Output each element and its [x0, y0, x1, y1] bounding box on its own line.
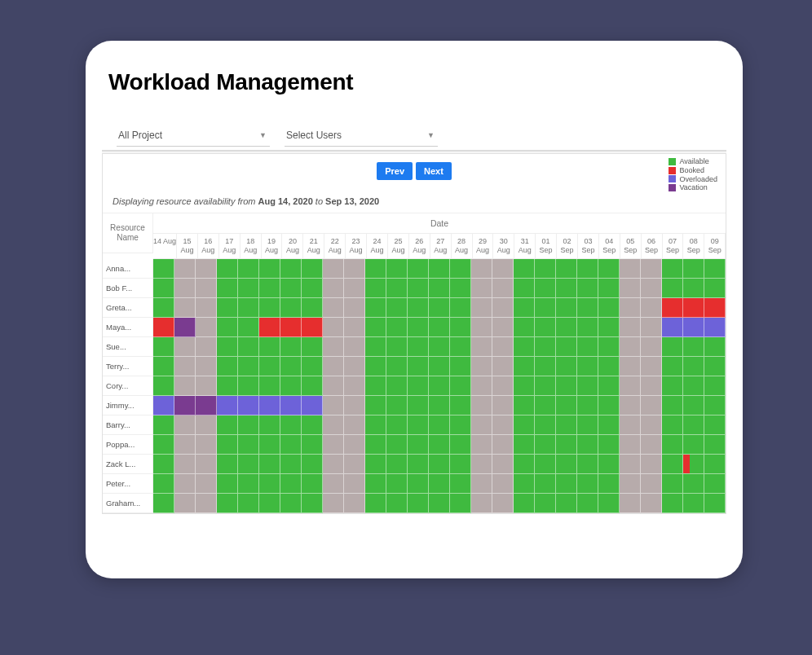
availability-cell[interactable]: [365, 357, 386, 376]
availability-cell[interactable]: [704, 259, 726, 279]
availability-cell[interactable]: [429, 455, 450, 474]
availability-cell[interactable]: [704, 279, 726, 298]
availability-cell[interactable]: [704, 455, 726, 474]
availability-cell[interactable]: [577, 435, 598, 455]
availability-cell[interactable]: [577, 415, 598, 435]
availability-cell[interactable]: [174, 259, 196, 279]
availability-cell[interactable]: [514, 298, 535, 318]
availability-cell[interactable]: [408, 337, 429, 357]
availability-cell[interactable]: [302, 494, 323, 513]
availability-cell[interactable]: [280, 376, 302, 396]
availability-cell[interactable]: [492, 415, 514, 435]
availability-cell[interactable]: [556, 259, 577, 279]
availability-cell[interactable]: [217, 474, 238, 494]
availability-cell[interactable]: [365, 318, 386, 337]
availability-cell[interactable]: [450, 455, 471, 474]
availability-cell[interactable]: [196, 318, 217, 337]
availability-cell[interactable]: [217, 279, 238, 298]
availability-cell[interactable]: [683, 474, 704, 494]
availability-cell[interactable]: [556, 415, 577, 435]
availability-cell[interactable]: [662, 474, 683, 494]
availability-cell[interactable]: [514, 396, 535, 415]
availability-cell[interactable]: [196, 337, 217, 357]
availability-cell[interactable]: [174, 415, 196, 435]
availability-cell[interactable]: [365, 279, 386, 298]
availability-cell[interactable]: [365, 415, 386, 435]
availability-cell[interactable]: [386, 298, 408, 318]
availability-cell[interactable]: [344, 298, 365, 318]
availability-cell[interactable]: [641, 435, 662, 455]
availability-cell[interactable]: [429, 474, 450, 494]
availability-cell[interactable]: [471, 298, 492, 318]
availability-cell[interactable]: [450, 415, 471, 435]
availability-cell[interactable]: [662, 376, 683, 396]
availability-cell[interactable]: [577, 318, 598, 337]
availability-cell[interactable]: [683, 298, 704, 318]
availability-cell[interactable]: [344, 318, 365, 337]
availability-cell[interactable]: [598, 259, 620, 279]
availability-cell[interactable]: [386, 455, 408, 474]
availability-cell[interactable]: [450, 494, 471, 513]
availability-cell[interactable]: [683, 318, 704, 337]
availability-cell[interactable]: [217, 415, 238, 435]
availability-cell[interactable]: [174, 318, 196, 337]
availability-cell[interactable]: [196, 376, 217, 396]
availability-cell[interactable]: [429, 298, 450, 318]
availability-cell[interactable]: [704, 435, 726, 455]
availability-cell[interactable]: [450, 435, 471, 455]
availability-cell[interactable]: [471, 396, 492, 415]
availability-cell[interactable]: [365, 259, 386, 279]
availability-cell[interactable]: [598, 357, 620, 376]
availability-cell[interactable]: [174, 357, 196, 376]
availability-cell[interactable]: [492, 455, 514, 474]
availability-cell[interactable]: [280, 357, 302, 376]
availability-cell[interactable]: [323, 357, 344, 376]
availability-cell[interactable]: [217, 298, 238, 318]
availability-cell[interactable]: [556, 318, 577, 337]
availability-cell[interactable]: [577, 357, 598, 376]
availability-cell[interactable]: [598, 415, 620, 435]
availability-cell[interactable]: [323, 318, 344, 337]
availability-cell[interactable]: [365, 435, 386, 455]
availability-cell[interactable]: [196, 298, 217, 318]
availability-cell[interactable]: [620, 279, 641, 298]
availability-cell[interactable]: [492, 376, 514, 396]
availability-cell[interactable]: [259, 415, 280, 435]
availability-cell[interactable]: [556, 357, 577, 376]
availability-cell[interactable]: [302, 415, 323, 435]
availability-cell[interactable]: [238, 279, 259, 298]
availability-cell[interactable]: [514, 455, 535, 474]
availability-cell[interactable]: [662, 259, 683, 279]
availability-cell[interactable]: [662, 357, 683, 376]
availability-cell[interactable]: [174, 279, 196, 298]
availability-cell[interactable]: [683, 357, 704, 376]
availability-cell[interactable]: [153, 494, 174, 513]
availability-cell[interactable]: [408, 357, 429, 376]
availability-cell[interactable]: [535, 415, 556, 435]
availability-cell[interactable]: [153, 259, 174, 279]
availability-cell[interactable]: [365, 474, 386, 494]
availability-cell[interactable]: [556, 435, 577, 455]
availability-cell[interactable]: [302, 455, 323, 474]
project-select[interactable]: All Project ▼: [117, 124, 270, 147]
availability-cell[interactable]: [238, 376, 259, 396]
availability-cell[interactable]: [302, 318, 323, 337]
availability-cell[interactable]: [302, 396, 323, 415]
availability-cell[interactable]: [196, 279, 217, 298]
availability-cell[interactable]: [302, 435, 323, 455]
availability-cell[interactable]: [280, 318, 302, 337]
availability-cell[interactable]: [323, 279, 344, 298]
availability-cell[interactable]: [259, 318, 280, 337]
availability-cell[interactable]: [196, 259, 217, 279]
availability-cell[interactable]: [259, 357, 280, 376]
availability-cell[interactable]: [302, 376, 323, 396]
availability-cell[interactable]: [323, 298, 344, 318]
availability-cell[interactable]: [302, 279, 323, 298]
availability-cell[interactable]: [174, 337, 196, 357]
availability-cell[interactable]: [598, 396, 620, 415]
availability-cell[interactable]: [704, 415, 726, 435]
availability-cell[interactable]: [492, 396, 514, 415]
availability-cell[interactable]: [492, 357, 514, 376]
availability-cell[interactable]: [535, 279, 556, 298]
availability-cell[interactable]: [577, 337, 598, 357]
